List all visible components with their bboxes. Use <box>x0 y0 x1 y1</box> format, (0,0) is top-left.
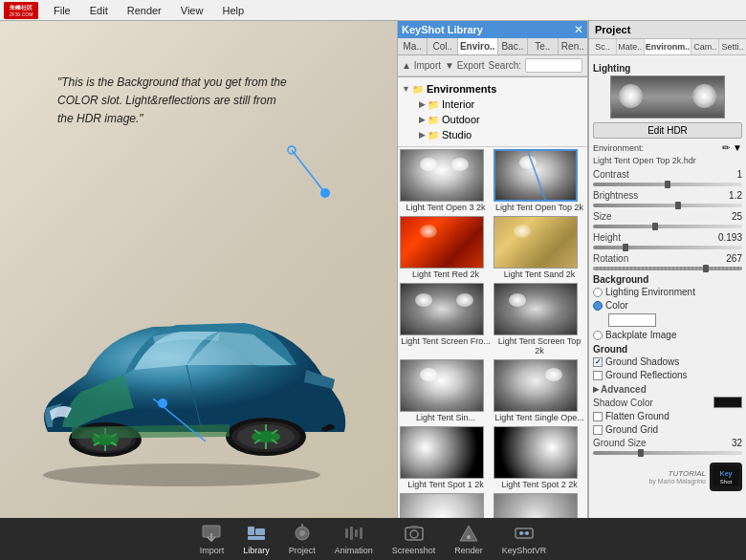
toolbar-render[interactable]: Render <box>454 523 483 555</box>
thumb-row-6: Light Tent Whi... Light Tent Whi... <box>400 493 585 518</box>
library-search-input[interactable] <box>525 58 582 73</box>
contrast-slider-thumb[interactable] <box>665 181 670 188</box>
backplate-label: Backplate Image <box>605 330 677 340</box>
brightness-slider-thumb[interactable] <box>675 202 681 209</box>
lib-tab-backplates[interactable]: Bac.. <box>498 38 528 54</box>
thumb-light-tent-whi-1[interactable]: Light Tent Whi... <box>400 493 492 518</box>
lib-tab-colors[interactable]: Col.. <box>428 38 457 54</box>
thumb-img-5[interactable] <box>400 283 484 335</box>
thumb-light-tent-spot-2[interactable]: Light Tent Spot 2 2k <box>494 426 585 491</box>
menu-render[interactable]: Render <box>123 3 165 18</box>
tree-item-studio[interactable]: ▶ 📁 Studio <box>402 127 583 142</box>
thumb-label-1: Light Tent Open 3 2k <box>400 202 492 214</box>
thumb-img-8[interactable] <box>494 359 578 412</box>
svg-point-41 <box>299 530 305 536</box>
thumb-img-9[interactable] <box>400 426 484 479</box>
env-label: Environment: <box>593 143 719 153</box>
lib-tab-textures[interactable]: Te.. <box>528 38 558 54</box>
thumb-img-3[interactable] <box>400 216 484 269</box>
library-panel: KeyShot Library ✕ Ma.. Col.. Enviro.. Ba… <box>397 21 588 518</box>
rotation-value: 267 <box>713 253 742 264</box>
lib-tab-environments[interactable]: Enviro.. <box>458 38 498 54</box>
ground-shadows-checkbox[interactable]: ✓ <box>593 357 603 367</box>
thumb-light-tent-whi-2[interactable]: Light Tent Whi... <box>494 493 585 518</box>
tree-item-outdoor[interactable]: ▶ 📁 Outdoor <box>402 112 583 127</box>
thumb-light-tent-single-ope[interactable]: Light Tent Single Ope... <box>494 359 585 424</box>
thumb-img-6[interactable] <box>494 283 578 335</box>
height-slider[interactable] <box>593 246 742 249</box>
lib-tab-renders[interactable]: Ren.. <box>559 38 587 54</box>
color-radio[interactable] <box>593 301 603 311</box>
ground-size-slider[interactable] <box>593 451 742 455</box>
proj-tab-camera[interactable]: Cam.. <box>691 39 719 54</box>
toolbar-keyshotvr[interactable]: KeyShotVR <box>502 523 547 555</box>
proj-tab-environment[interactable]: Environm.. <box>645 39 692 54</box>
svg-rect-39 <box>248 536 265 540</box>
ground-grid-checkbox[interactable] <box>593 425 603 435</box>
ground-size-slider-thumb[interactable] <box>638 449 644 457</box>
menu-edit[interactable]: Edit <box>86 3 112 18</box>
contrast-value: 1 <box>713 169 742 180</box>
thumb-light-tent-spot-1[interactable]: Light Tent Spot 1 2k <box>400 426 492 491</box>
proj-tab-settings[interactable]: Setti.. <box>719 39 746 54</box>
ground-grid-row: Ground Grid <box>593 424 742 435</box>
ground-reflections-checkbox[interactable] <box>593 371 603 380</box>
thumb-light-tent-open-top[interactable]: Light Tent Open Top 2k <box>494 149 585 214</box>
thumb-img-1[interactable] <box>400 149 484 202</box>
env-menu-icon[interactable]: ▼ <box>733 142 742 153</box>
rotation-slider-thumb[interactable] <box>703 265 709 272</box>
thumb-light-tent-sin[interactable]: Light Tent Sin... <box>400 359 492 424</box>
brightness-label: Brightness <box>593 190 713 201</box>
background-color-swatch[interactable] <box>608 313 656 327</box>
toolbar-animation[interactable]: Animation <box>335 523 373 555</box>
rotation-slider[interactable] <box>593 267 742 270</box>
svg-point-4 <box>320 188 330 198</box>
height-slider-thumb[interactable] <box>623 244 628 251</box>
advanced-section-header[interactable]: ▶ Advanced <box>593 384 742 395</box>
project-icon <box>291 523 314 544</box>
menu-file[interactable]: File <box>50 3 75 18</box>
shadow-color-row: Shadow Color <box>593 397 742 408</box>
lighting-env-radio[interactable] <box>593 288 603 297</box>
shadow-color-swatch[interactable] <box>713 397 742 408</box>
thumb-img-10[interactable] <box>494 426 578 479</box>
edit-hdr-button[interactable]: Edit HDR <box>593 122 742 139</box>
tree-item-interior[interactable]: ▶ 📁 Interior <box>402 97 583 112</box>
toolbar-import[interactable]: Import <box>200 523 225 555</box>
thumb-img-2[interactable] <box>494 149 578 202</box>
contrast-slider[interactable] <box>593 183 742 186</box>
thumb-img-7[interactable] <box>400 359 484 412</box>
thumb-label-10: Light Tent Spot 2 2k <box>494 479 585 491</box>
bottom-toolbar: Import Library Project Animation Screens… <box>0 518 746 560</box>
thumb-light-tent-screen-top[interactable]: Light Tent Screen Top 2k <box>494 283 585 358</box>
menu-help[interactable]: Help <box>218 3 248 18</box>
size-slider[interactable] <box>593 225 742 228</box>
brightness-slider[interactable] <box>593 204 742 207</box>
hdr-preview <box>610 75 725 118</box>
library-close-button[interactable]: ✕ <box>574 23 583 36</box>
backplate-radio[interactable] <box>593 331 603 340</box>
thumb-light-tent-open-3[interactable]: Light Tent Open 3 2k <box>400 149 492 214</box>
advanced-title: Advanced <box>601 384 647 395</box>
size-slider-thumb[interactable] <box>652 223 658 230</box>
proj-tab-materials[interactable]: Mate.. <box>617 39 645 54</box>
env-edit-icon[interactable]: ✏ <box>722 142 730 153</box>
keyshot-logo: Key Shot <box>710 463 742 491</box>
thumb-img-4[interactable] <box>494 216 578 269</box>
thumb-img-12[interactable] <box>494 493 578 518</box>
lib-import-button[interactable]: ▲ Import <box>402 60 441 71</box>
menu-view[interactable]: View <box>177 3 208 18</box>
backplate-radio-row: Backplate Image <box>593 330 742 340</box>
thumb-light-tent-sand[interactable]: Light Tent Sand 2k <box>494 216 585 281</box>
toolbar-project[interactable]: Project <box>289 523 316 555</box>
lib-tab-materials[interactable]: Ma.. <box>398 38 428 54</box>
toolbar-screenshot[interactable]: Screenshot <box>392 523 436 555</box>
thumb-img-11[interactable] <box>400 493 484 518</box>
proj-tab-scene[interactable]: Sc.. <box>589 39 617 54</box>
lib-export-button[interactable]: ▼ Export <box>445 60 485 71</box>
thumb-light-tent-red[interactable]: Light Tent Red 2k <box>400 216 492 281</box>
toolbar-library[interactable]: Library <box>243 523 270 555</box>
flatten-ground-checkbox[interactable] <box>593 412 603 421</box>
thumb-light-tent-screen-fro[interactable]: Light Tent Screen Fro... <box>400 283 492 358</box>
tree-root-environments[interactable]: ▼ 📁 Environments <box>402 81 583 97</box>
